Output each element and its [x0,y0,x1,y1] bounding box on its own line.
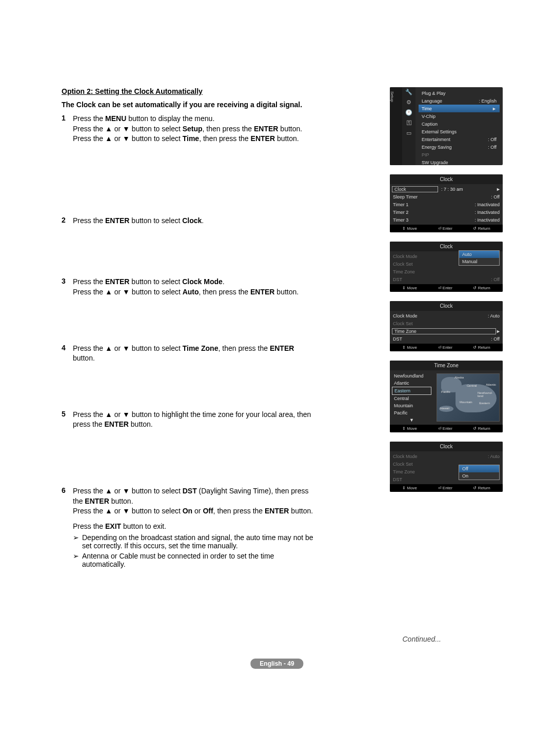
row-clock: Clock : 7 : 30 am ► [390,185,503,193]
return-icon: ↺ [473,426,477,431]
menu-pip: PIP [419,151,500,158]
map-label-hawaii: Hawaii [440,407,449,410]
note-2: ➢ Antenna or Cable must be connected in … [73,552,318,568]
osd-footer: ⇕ Move ⏎ Enter ↺ Return [390,344,503,351]
zone-atlantic: Atlantic [392,380,431,387]
updown-icon: ⇕ [402,345,406,350]
step-num-1: 1 [62,114,73,144]
step-2: 2 Press the ENTER button to select Clock… [62,216,318,226]
menu-sw-upgrade: SW Upgrade [419,158,500,165]
step-1-text: Press the MENU button to display the men… [73,114,318,144]
osd-footer: ⇕ Move ⏎ Enter ↺ Return [390,284,503,292]
pointer-icon: ➢ [73,552,79,568]
popup-clock-mode: Auto Manual [459,250,500,266]
gear-icon: ⚙ [402,97,416,108]
step-num-4: 4 [62,344,73,364]
osd-title: Clock [390,442,503,451]
page-intro: The Clock can be set automatically if yo… [62,101,318,109]
step-2-text: Press the ENTER button to select Clock. [73,216,318,226]
step-5-text: Press the ▲ or ▼ button to highlight the… [73,410,318,430]
map-label-pacific: Pacific [441,390,450,393]
side-tab-setup: Setup [390,91,394,102]
caret-right-icon: ► [496,329,501,334]
osd-footer: ⇕ Move ⏎ Enter ↺ Return [390,484,503,492]
continued-label: Continued... [403,635,442,643]
zone-mountain: Mountain [392,402,431,409]
enter-icon: ⏎ [438,486,442,490]
osd-clock-mode: Clock Clock Mode: Clock Set Time Zone DS… [390,242,503,292]
enter-icon: ⏎ [438,345,442,350]
step-4-text: Press the ▲ or ▼ button to select Time Z… [73,344,318,364]
lock-icon: ⚿ [402,118,416,128]
updown-icon: ⇕ [402,286,406,290]
zone-pacific: Pacific [392,409,431,416]
menu-energy-saving: Energy Saving: Off [419,143,500,151]
osd-clock-menu: Clock Clock : 7 : 30 am ► Sleep Timer: O… [390,174,503,232]
step-4: 4 Press the ▲ or ▼ button to select Time… [62,344,318,364]
step-3-text: Press the ENTER button to select Clock M… [73,277,318,297]
popup-option-on: On [459,472,499,480]
return-icon: ↺ [473,286,477,290]
return-icon: ↺ [473,345,477,350]
osd-time-zone-map: Time Zone Newfoundland Atlantic Eastern … [390,361,503,432]
row-dst: DST: Off [390,335,503,343]
return-icon: ↺ [473,226,477,231]
step-6: 6 Press the ▲ or ▼ button to select DST … [62,486,318,568]
page-number: English - 49 [250,659,303,669]
enter-icon: ⏎ [438,286,442,290]
row-timer2: Timer 2: Inactivated [390,208,503,216]
step-num-6: 6 [62,486,73,531]
map-label-newfoundland: Newfound-land [478,391,498,397]
osd-footer: ⇕ Move ⏎ Enter ↺ Return [390,225,503,232]
wrench-icon: 🔧 [402,87,416,97]
osd-footer: ⇕ Move ⏎ Enter ↺ Return [390,425,503,432]
popup-option-off: Off [459,465,499,472]
return-icon: ↺ [473,486,477,490]
scroll-down-icon: ▼ [392,416,431,424]
time-zone-map: Alaska Pacific Central Atlantic Newfound… [437,373,500,422]
popup-option-manual: Manual [459,258,499,265]
step-num-2: 2 [62,216,73,226]
step-num-3: 3 [62,277,73,297]
menu-plug-play: Plug & Play [419,89,500,97]
row-dst: DST: Off [390,275,503,283]
menu-vchip: V-Chip [419,112,500,120]
map-label-eastern: Eastern [479,402,490,405]
menu-time-selected: Time► [419,105,500,112]
osd-setup-menu: Setup 🔧 ⚙ 🕐 ⚿ ▭ Plug & Play Language: En… [390,87,503,165]
note-1: ➢ Depending on the broadcast station and… [73,533,318,550]
osd-title: Time Zone [390,361,503,370]
zone-newfoundland: Newfoundland [392,372,431,380]
time-zone-list: Newfoundland Atlantic Eastern Central Mo… [390,370,433,425]
row-clock-mode: Clock Mode: Auto [390,452,503,460]
map-label-atlantic: Atlantic [486,383,496,386]
step-num-5: 5 [62,410,73,430]
row-time-zone-selected: Time Zone ► [390,327,503,335]
cc-icon: ▭ [402,128,416,138]
osd-time-zone-row: Clock Clock Mode: Auto Clock Set Time Zo… [390,301,503,351]
popup-dst: Off On [459,465,500,480]
menu-external-settings: External Settings [419,128,500,135]
menu-entertainment: Entertainment: Off [419,135,500,143]
map-label-central: Central [467,384,477,387]
menu-language: Language: English [419,97,500,105]
updown-icon: ⇕ [402,226,406,231]
row-clock-set: Clock Set [390,320,503,327]
row-time-zone: Time Zone [390,268,503,275]
row-sleep-timer: Sleep Timer: Off [390,193,503,201]
row-timer3: Timer 3: Inactivated [390,216,503,224]
row-clock-mode: Clock Mode: Auto [390,312,503,320]
osd-dst: Clock Clock Mode: Auto Clock Set Time Zo… [390,442,503,492]
clock-icon: 🕐 [402,108,416,118]
zone-central: Central [392,395,431,402]
zone-eastern-selected: Eastern [392,387,431,395]
updown-icon: ⇕ [402,426,406,431]
popup-option-auto: Auto [459,251,499,258]
pointer-icon: ➢ [73,533,79,550]
menu-caption: Caption [419,120,500,128]
map-label-mountain: Mountain [460,401,472,404]
enter-icon: ⏎ [438,226,442,231]
step-3: 3 Press the ENTER button to select Clock… [62,277,318,297]
step-5: 5 Press the ▲ or ▼ button to highlight t… [62,410,318,430]
caret-right-icon: ► [492,106,497,111]
